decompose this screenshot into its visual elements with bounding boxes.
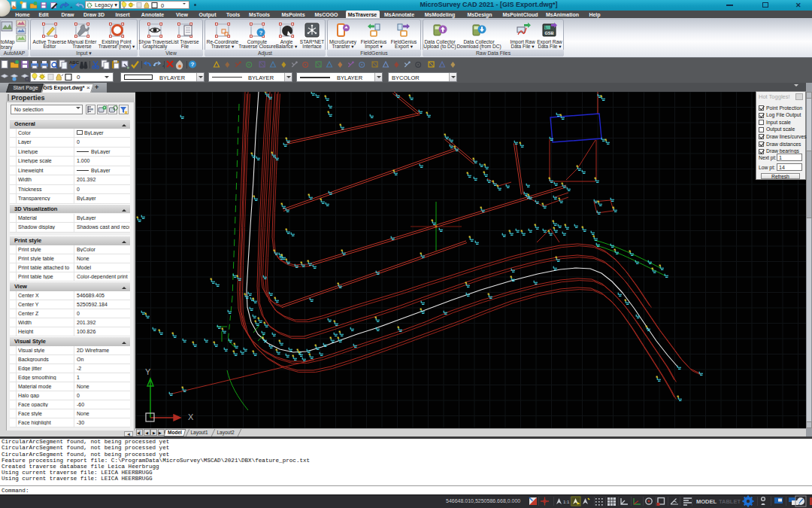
svg-text:?: ?: [259, 29, 263, 36]
svg-text:L: L: [545, 25, 547, 29]
svg-text:Y: Y: [145, 367, 151, 376]
svg-text:0: 0: [77, 74, 80, 81]
svg-text:GSB: GSB: [544, 31, 553, 35]
svg-text:?: ?: [191, 61, 195, 68]
svg-text:ABC: ABC: [69, 60, 80, 65]
svg-text:1:1: 1:1: [563, 500, 570, 504]
svg-text:MODEL: MODEL: [696, 498, 717, 505]
svg-text:TABLET: TABLET: [719, 498, 741, 505]
svg-text:X: X: [188, 412, 194, 421]
